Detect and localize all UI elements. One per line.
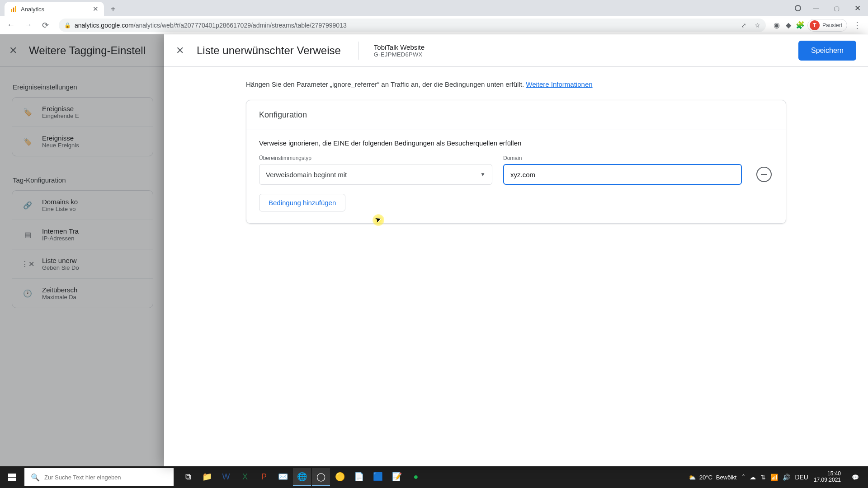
taskbar-clock[interactable]: 15:40 17.09.2021 xyxy=(814,471,841,483)
tab-close-icon[interactable]: ✕ xyxy=(93,5,99,13)
window-close-button[interactable]: ✕ xyxy=(847,0,868,16)
card-subtitle: Verweise ignorieren, die EINE der folgen… xyxy=(259,139,773,147)
nav-reload-icon[interactable]: ⟳ xyxy=(38,18,52,33)
onedrive-icon[interactable]: ☁ xyxy=(750,474,756,481)
match-type-label: Übereinstimmungstyp xyxy=(259,155,492,161)
maximize-button[interactable]: ▢ xyxy=(826,0,847,16)
obs-icon[interactable]: ◯ xyxy=(312,468,330,486)
new-tab-button[interactable]: + xyxy=(107,3,119,15)
tray-chevron-up-icon[interactable]: ˄ xyxy=(742,474,745,481)
weather-widget[interactable]: ⛅ 20°C Bewölkt xyxy=(689,474,737,481)
wifi-icon[interactable]: 📶 xyxy=(770,474,778,481)
taskbar-search[interactable]: 🔍 Zur Suche Text hier eingeben xyxy=(24,468,174,486)
word-icon[interactable]: W xyxy=(217,468,235,486)
kebab-menu-icon[interactable]: ⋮ xyxy=(850,18,864,33)
edge-icon[interactable]: 🟦 xyxy=(369,468,387,486)
property-meta: TobiTalk Website G-EJPMED6PWX xyxy=(374,43,425,58)
address-bar[interactable]: 🔒 analytics.google.com/analytics/web/#/a… xyxy=(59,19,766,32)
extension-generic-icon[interactable]: ◆ xyxy=(784,21,793,30)
close-icon[interactable]: ✕ xyxy=(176,45,184,56)
system-tray: ⛅ 20°C Bewölkt ˄ ☁ ⇅ 📶 🔊 DEU 15:40 17.09… xyxy=(689,468,868,486)
match-type-field: Übereinstimmungstyp Verweisdomain beginn… xyxy=(259,155,492,185)
match-type-value: Verweisdomain beginnt mit xyxy=(266,171,347,178)
notepad-icon[interactable]: 📝 xyxy=(388,468,406,486)
extension-qr-icon[interactable]: ◉ xyxy=(772,21,781,30)
nav-forward-icon: → xyxy=(21,18,35,33)
minus-icon xyxy=(761,174,767,175)
panel-front-body: Hängen Sie den Parameter „ignore_referre… xyxy=(164,67,868,466)
windows-logo-icon xyxy=(8,474,16,481)
property-name: TobiTalk Website xyxy=(374,43,425,51)
domain-input[interactable] xyxy=(503,164,742,185)
panel-front-header: ✕ Liste unerwünschter Verweise TobiTalk … xyxy=(164,34,868,67)
svg-rect-0 xyxy=(11,9,12,12)
language-indicator[interactable]: DEU xyxy=(795,474,808,481)
svg-rect-2 xyxy=(15,6,16,12)
tab-strip: Analytics ✕ + — ▢ ✕ xyxy=(0,0,868,16)
domain-field: Domain xyxy=(503,155,742,185)
network-icon[interactable]: ⇅ xyxy=(760,474,766,481)
domain-label: Domain xyxy=(503,155,742,161)
more-info-link[interactable]: Weitere Informationen xyxy=(526,80,592,88)
condition-row: Übereinstimmungstyp Verweisdomain beginn… xyxy=(259,155,773,185)
volume-icon[interactable]: 🔊 xyxy=(783,474,790,481)
powerpoint-icon[interactable]: P xyxy=(255,468,273,486)
file-explorer-icon[interactable]: 📁 xyxy=(198,468,216,486)
search-icon: 🔍 xyxy=(31,473,40,482)
clock-time: 15:40 xyxy=(814,471,841,477)
install-app-icon[interactable]: ⤢ xyxy=(741,22,746,29)
lock-icon: 🔒 xyxy=(64,22,71,28)
url-text: analytics.google.com/analytics/web/#/a20… xyxy=(75,22,347,29)
svg-rect-1 xyxy=(13,8,14,12)
chrome-icon[interactable]: 🌐 xyxy=(293,468,311,486)
card-title: Konfiguration xyxy=(246,100,786,130)
task-icons: ⧉ 📁 W X P ✉️ 🌐 ◯ 🟡 📄 🟦 📝 ● xyxy=(179,468,425,486)
bookmark-star-icon[interactable]: ☆ xyxy=(755,22,760,29)
intro-text: Hängen Sie den Parameter „ignore_referre… xyxy=(246,80,786,88)
nav-back-icon[interactable]: ← xyxy=(4,18,18,33)
tab-title: Analytics xyxy=(21,6,44,13)
profile-status: Pausiert xyxy=(822,22,842,28)
profile-avatar: T xyxy=(810,20,820,30)
start-button[interactable] xyxy=(0,466,24,488)
minimize-button[interactable]: — xyxy=(806,0,826,16)
extensions-puzzle-icon[interactable]: 🧩 xyxy=(796,21,805,30)
window-controls: — ▢ ✕ xyxy=(795,0,868,16)
panel-front-title: Liste unerwünschter Verweise xyxy=(197,44,341,57)
match-type-select[interactable]: Verweisdomain beginnt mit ▼ xyxy=(259,164,492,185)
analytics-favicon xyxy=(10,5,17,13)
action-center-icon[interactable]: 💬 xyxy=(846,468,864,486)
app-icon-1[interactable]: 🟡 xyxy=(331,468,349,486)
weather-cloud-icon: ⛅ xyxy=(689,474,696,481)
search-placeholder: Zur Suche Text hier eingeben xyxy=(44,474,121,481)
remove-condition-button[interactable] xyxy=(756,167,772,182)
tray-icons: ˄ ☁ ⇅ 📶 🔊 DEU xyxy=(742,474,808,481)
weather-text: Bewölkt xyxy=(716,474,737,481)
configuration-card: Konfiguration Verweise ignorieren, die E… xyxy=(246,100,786,224)
browser-tab[interactable]: Analytics ✕ xyxy=(5,2,104,16)
referral-exclusion-panel: ✕ Liste unerwünschter Verweise TobiTalk … xyxy=(164,34,868,466)
property-id: G-EJPMED6PWX xyxy=(374,51,425,58)
excel-icon[interactable]: X xyxy=(236,468,254,486)
add-condition-button[interactable]: Bedingung hinzufügen xyxy=(259,194,345,211)
app-icon-2[interactable]: 📄 xyxy=(350,468,368,486)
browser-toolbar: ← → ⟳ 🔒 analytics.google.com/analytics/w… xyxy=(0,16,868,34)
windows-taskbar: 🔍 Zur Suche Text hier eingeben ⧉ 📁 W X P… xyxy=(0,466,868,488)
weather-temp: 20°C xyxy=(699,474,712,481)
mail-icon[interactable]: ✉️ xyxy=(274,468,292,486)
task-view-icon[interactable]: ⧉ xyxy=(179,468,197,486)
profile-chip[interactable]: T Pausiert xyxy=(807,19,847,32)
clock-date: 17.09.2021 xyxy=(814,477,841,483)
spotify-icon[interactable]: ● xyxy=(407,468,425,486)
divider xyxy=(358,42,359,60)
app-content: ✕ Weitere Tagging-Einstell Ereigniseinst… xyxy=(0,34,868,466)
save-button[interactable]: Speichern xyxy=(798,41,856,61)
chevron-down-icon: ▼ xyxy=(480,171,486,178)
account-indicator-icon[interactable] xyxy=(795,5,801,11)
